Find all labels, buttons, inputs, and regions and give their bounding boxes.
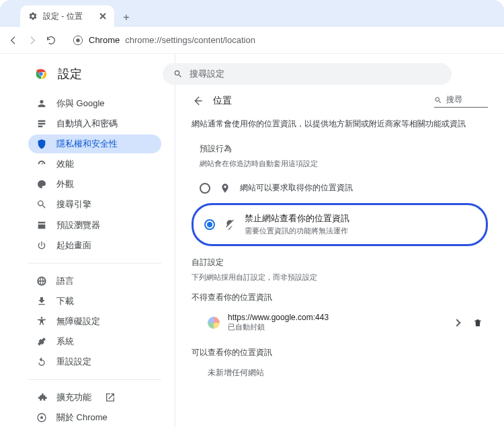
tab-strip: 設定 - 位置 +	[0, 0, 504, 27]
globe-icon	[36, 276, 47, 286]
chrome-icon	[36, 412, 47, 423]
back-button[interactable]	[8, 35, 19, 46]
allowed-heading: 可以查看你的位置資訊	[192, 347, 488, 358]
svg-point-4	[40, 416, 43, 419]
site-status: 已自動封鎖	[228, 322, 329, 332]
browser-icon	[36, 220, 47, 231]
sidebar-item-appearance[interactable]: 外觀	[28, 175, 161, 194]
power-icon	[36, 240, 47, 251]
sidebar-item-label: 隱私權和安全性	[56, 138, 118, 150]
autofill-icon	[36, 118, 47, 129]
sidebar-item-privacy[interactable]: 隱私權和安全性	[28, 134, 161, 153]
sidebar-item-you-and-google[interactable]: 你與 Google	[28, 94, 161, 113]
custom-desc: 下列網站採用自訂設定，而非預設設定	[192, 272, 488, 282]
search-icon	[434, 96, 442, 104]
option-allow-label: 網站可以要求取得你的位置資訊	[240, 182, 353, 194]
chrome-icon	[73, 35, 83, 46]
sidebar-item-reset[interactable]: 重設設定	[28, 352, 161, 371]
sidebar-item-system[interactable]: 系統	[28, 332, 161, 351]
site-favicon	[208, 317, 220, 329]
site-row[interactable]: https://www.google.com:443 已自動封鎖	[192, 307, 488, 338]
toolbar: Chrome chrome://settings/content/locatio…	[0, 27, 504, 54]
option-allow[interactable]: 網站可以要求取得你的位置資訊	[192, 178, 488, 198]
sidebar-item-label: 你與 Google	[56, 98, 105, 110]
shield-icon	[36, 139, 47, 149]
sidebar-item-label: 系統	[56, 336, 74, 348]
sidebar: 你與 Google 自動填入和密碼 隱私權和安全性 效能 外觀 搜尋引擎 預設瀏…	[0, 54, 175, 427]
radio-icon	[204, 219, 215, 230]
speed-icon	[36, 159, 47, 169]
page-title: 設定	[58, 66, 82, 82]
default-behavior-heading: 預設行為	[200, 143, 488, 155]
forward-button	[27, 35, 38, 46]
omnibox[interactable]: Chrome chrome://settings/content/locatio…	[65, 31, 496, 50]
local-search[interactable]: 搜尋	[434, 94, 488, 108]
chevron-right-icon[interactable]	[453, 319, 460, 326]
sidebar-item-label: 無障礙設定	[56, 315, 100, 327]
sidebar-item-label: 重設設定	[56, 356, 91, 368]
default-behavior-desc: 網站會在你造訪時自動套用這項設定	[200, 159, 488, 169]
search-icon	[36, 199, 47, 210]
radio-icon	[200, 183, 210, 194]
sidebar-item-on-startup[interactable]: 起始畫面	[28, 236, 161, 255]
custom-heading: 自訂設定	[192, 257, 488, 268]
palette-icon	[36, 179, 47, 190]
url-path: chrome://settings/content/location	[125, 35, 255, 45]
gear-icon	[28, 11, 38, 21]
divider	[28, 263, 161, 264]
sidebar-item-label: 下載	[56, 295, 74, 307]
back-arrow-button[interactable]	[192, 95, 204, 107]
close-icon[interactable]	[99, 13, 106, 20]
a11y-icon	[36, 316, 47, 327]
browser-tab[interactable]: 設定 - 位置	[20, 5, 114, 27]
section-title: 位置	[213, 95, 425, 107]
sidebar-item-label: 起始畫面	[56, 239, 91, 251]
svg-point-1	[76, 38, 79, 42]
delete-button[interactable]	[473, 318, 482, 327]
page-header: 設定 搜尋設定	[0, 59, 504, 89]
sidebar-item-label: 外觀	[56, 178, 74, 190]
description: 網站通常會使用你的位置資訊，以提供地方新聞或附近商家等相關功能或資訊	[192, 118, 488, 130]
option-block-highlighted[interactable]: 禁止網站查看你的位置資訊 需要位置資訊的功能將無法運作	[192, 203, 488, 246]
option-block-title: 禁止網站查看你的位置資訊	[245, 213, 349, 225]
divider	[28, 379, 161, 380]
sidebar-item-autofill[interactable]: 自動填入和密碼	[28, 114, 161, 133]
sidebar-item-accessibility[interactable]: 無障礙設定	[28, 312, 161, 331]
location-off-icon	[224, 219, 235, 230]
sidebar-item-default-browser[interactable]: 預設瀏覽器	[28, 215, 161, 234]
chrome-logo-icon	[34, 67, 48, 81]
sidebar-item-search-engine[interactable]: 搜尋引擎	[28, 195, 161, 214]
sidebar-item-label: 預設瀏覽器	[56, 219, 100, 231]
allowed-empty: 未新增任何網站	[192, 362, 488, 383]
sidebar-item-label: 效能	[56, 158, 74, 170]
person-icon	[36, 98, 47, 109]
site-url: https://www.google.com:443	[228, 313, 329, 322]
reset-icon	[36, 356, 47, 367]
sidebar-item-performance[interactable]: 效能	[28, 155, 161, 173]
local-search-label: 搜尋	[446, 94, 462, 106]
external-link-icon	[105, 392, 116, 403]
tab-title: 設定 - 位置	[43, 11, 83, 22]
sidebar-item-label: 自動填入和密碼	[56, 118, 118, 130]
search-icon	[173, 69, 183, 79]
option-block-subtitle: 需要位置資訊的功能將無法運作	[245, 226, 349, 236]
new-tab-button[interactable]: +	[117, 8, 136, 27]
sidebar-item-label: 擴充功能	[56, 391, 91, 403]
sidebar-item-languages[interactable]: 語言	[28, 272, 161, 290]
sidebar-item-extensions[interactable]: 擴充功能	[28, 388, 161, 407]
location-icon	[220, 183, 230, 194]
main-content: 位置 搜尋 網站通常會使用你的位置資訊，以提供地方新聞或附近商家等相關功能或資訊…	[175, 54, 504, 427]
blocked-heading: 不得查看你的位置資訊	[192, 292, 488, 303]
system-icon	[36, 336, 47, 347]
url-host: Chrome	[89, 35, 120, 45]
sidebar-item-about-chrome[interactable]: 關於 Chrome	[28, 408, 161, 427]
download-icon	[36, 296, 47, 307]
sidebar-item-label: 關於 Chrome	[56, 412, 108, 424]
settings-search[interactable]: 搜尋設定	[163, 63, 452, 85]
sidebar-item-downloads[interactable]: 下載	[28, 292, 161, 311]
extension-icon	[36, 392, 47, 403]
sidebar-item-label: 搜尋引擎	[56, 198, 91, 210]
sidebar-item-label: 語言	[56, 275, 74, 287]
reload-button[interactable]	[46, 35, 56, 46]
search-placeholder: 搜尋設定	[190, 68, 224, 80]
